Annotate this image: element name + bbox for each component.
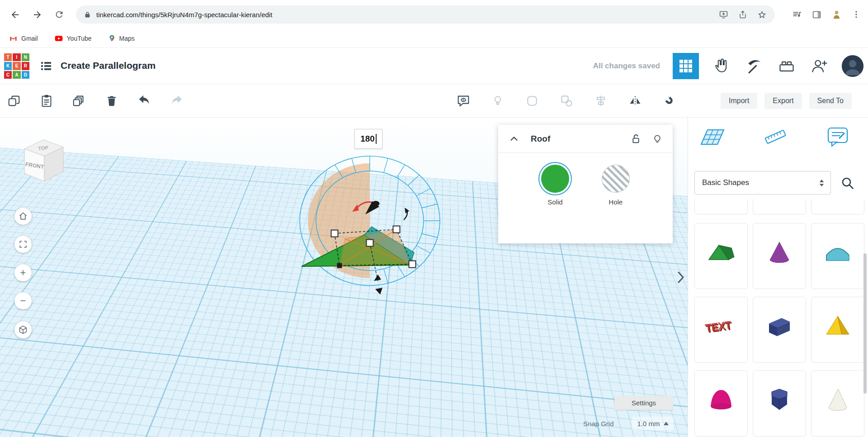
side-panel-icon[interactable] — [812, 10, 821, 19]
notes-tool-icon[interactable] — [825, 125, 851, 148]
export-button[interactable]: Export — [764, 93, 802, 109]
shape-category-select[interactable]: Basic Shapes — [694, 171, 831, 195]
bookmark-youtube[interactable]: YouTube — [54, 34, 92, 43]
search-shapes-button[interactable] — [840, 176, 855, 191]
copy-button[interactable] — [6, 93, 22, 109]
view-cube[interactable]: TOP FRONT — [18, 133, 69, 187]
snap-grid-label: Snap Grid — [583, 420, 614, 428]
design-title[interactable]: Create Parallelogram — [61, 60, 156, 71]
view-cube-top-label[interactable]: TOP — [38, 145, 48, 151]
gmail-icon — [9, 34, 18, 43]
page-url: tinkercad.com/things/5kRjruN4m7g-spectac… — [96, 11, 272, 19]
shape-tile-box[interactable] — [753, 297, 806, 363]
select-caret-icon — [818, 179, 825, 187]
solid-swatch[interactable] — [541, 165, 569, 193]
hole-option[interactable]: Hole — [602, 165, 630, 243]
shape-tile-partial[interactable] — [753, 199, 806, 214]
paste-button[interactable] — [39, 93, 54, 109]
browser-menu-icon[interactable] — [852, 10, 861, 19]
reload-icon[interactable] — [53, 9, 65, 20]
shape-tile-roof[interactable] — [694, 223, 748, 289]
group-button[interactable] — [524, 93, 540, 109]
panel-collapse-up-icon[interactable] — [509, 134, 519, 144]
user-avatar[interactable] — [842, 55, 863, 77]
duplicate-button[interactable] — [71, 93, 87, 109]
notes-visibility-button[interactable] — [456, 93, 471, 109]
shape-tile-soft-cone[interactable] — [811, 370, 864, 437]
hole-swatch[interactable] — [602, 165, 630, 193]
snap-grid-select[interactable]: 1.0 mm — [632, 417, 674, 430]
design-list-icon[interactable] — [40, 60, 52, 74]
tinkercad-logo[interactable]: T I N K E R C A D — [4, 53, 29, 79]
delete-button[interactable] — [104, 93, 119, 109]
view-home-button[interactable] — [14, 208, 32, 225]
bookmark-gmail[interactable]: Gmail — [9, 34, 38, 43]
show-hidden-bulb-button[interactable] — [490, 93, 505, 109]
hide-bulb-icon[interactable] — [653, 134, 662, 144]
shape-tile-round-roof[interactable] — [811, 223, 864, 289]
youtube-icon — [54, 34, 63, 43]
hand-sim-icon[interactable] — [712, 56, 731, 76]
solid-option[interactable]: Solid — [541, 165, 569, 243]
bookmark-maps[interactable]: Maps — [108, 34, 135, 42]
shape-tile-pyramid[interactable] — [811, 297, 864, 363]
text-caret — [376, 134, 377, 144]
minecraft-pickaxe-icon[interactable] — [744, 56, 764, 76]
panel-collapse-chevron[interactable] — [675, 270, 686, 285]
lock-icon[interactable] — [631, 133, 641, 144]
share-icon[interactable] — [738, 10, 747, 19]
back-icon[interactable] — [9, 9, 21, 20]
header-right-cluster: All changes saved — [593, 48, 868, 84]
bookmarks-bar: Gmail YouTube Maps — [0, 29, 868, 48]
perspective-toggle-button[interactable] — [14, 321, 32, 338]
undo-button[interactable] — [137, 93, 152, 109]
zoom-in-button[interactable]: + — [14, 264, 32, 281]
shape-tile-partial[interactable] — [694, 199, 748, 214]
shape-inspector-panel: Roof Solid Hole — [498, 125, 673, 243]
align-button[interactable] — [593, 93, 609, 109]
sidebar-scrollbar[interactable] — [863, 253, 867, 394]
shape-tile-polygon[interactable] — [753, 370, 806, 437]
redo-button[interactable] — [169, 93, 184, 109]
dashboard-grid-button[interactable] — [673, 53, 699, 79]
corner-rotate-arrow[interactable] — [404, 208, 409, 220]
ruler-tool-icon[interactable] — [762, 125, 788, 148]
mirror-button[interactable] — [627, 93, 643, 109]
shape-tile-cone[interactable] — [753, 223, 806, 289]
import-button[interactable]: Import — [721, 93, 757, 109]
fit-view-button[interactable] — [14, 236, 32, 253]
workplane-tool-icon[interactable] — [699, 125, 726, 148]
invite-person-icon[interactable] — [809, 56, 829, 76]
bookmark-star-icon[interactable] — [757, 10, 767, 19]
shape-tile-paraboloid[interactable] — [694, 370, 748, 437]
maps-icon — [108, 34, 116, 42]
queue-music-icon[interactable] — [792, 10, 802, 19]
ungroup-button[interactable] — [559, 93, 574, 109]
shape-name-title: Roof — [531, 134, 550, 144]
shapes-sidebar: Basic Shapes TEXT TEXT — [688, 118, 868, 437]
save-status: All changes saved — [593, 62, 660, 71]
shape-tile-text[interactable]: TEXT TEXT — [694, 297, 748, 363]
workplane-magnet-button[interactable] — [662, 93, 677, 109]
zoom-out-button[interactable]: − — [14, 292, 32, 309]
address-bar[interactable]: tinkercad.com/things/5kRjruN4m7g-spectac… — [76, 5, 775, 24]
shape-tile-partial[interactable] — [811, 199, 864, 214]
edit-toolbar: Import Export Send To — [0, 84, 868, 118]
install-app-icon[interactable] — [719, 10, 728, 19]
snap-grid-caret-icon — [664, 422, 669, 425]
brick-export-icon[interactable] — [777, 56, 797, 76]
forward-icon[interactable] — [31, 9, 43, 20]
rotation-angle-input[interactable]: 180 — [354, 129, 382, 149]
settings-button[interactable]: Settings — [614, 396, 673, 410]
site-lock-icon[interactable] — [84, 11, 91, 18]
browser-toolbar: tinkercad.com/things/5kRjruN4m7g-spectac… — [0, 0, 868, 29]
send-to-button[interactable]: Send To — [809, 93, 852, 109]
browser-profile-avatar[interactable] — [831, 10, 842, 20]
